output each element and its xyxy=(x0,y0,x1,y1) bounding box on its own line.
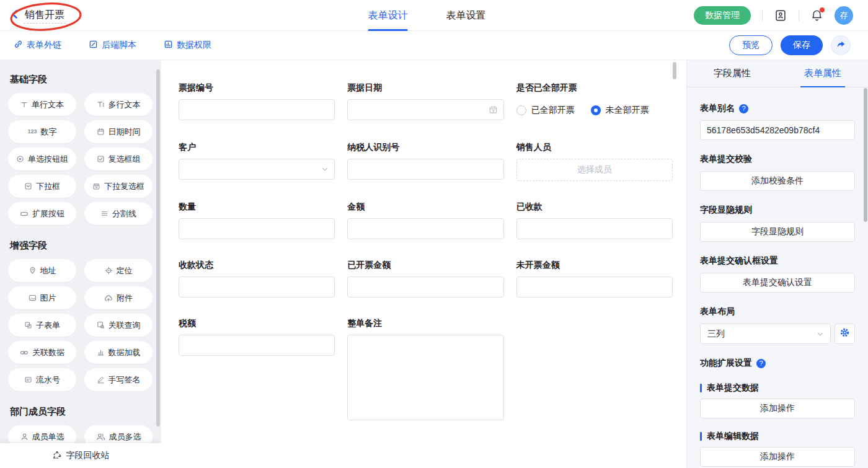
text-input[interactable] xyxy=(179,218,335,239)
canvas-field[interactable]: 已收款 xyxy=(516,201,673,239)
palette-item-label: 下拉框 xyxy=(36,181,60,192)
property-label: 字段显隐规则 xyxy=(700,205,855,216)
palette-grid: 地址定位图片附件子表单关联查询关联数据数据加载流水号手写签名 xyxy=(8,259,153,391)
palette-item[interactable]: 数据加载 xyxy=(84,341,153,364)
toolbar-link-permission[interactable]: 数据权限 xyxy=(164,40,211,51)
palette-item[interactable]: 关联查询 xyxy=(84,314,153,337)
page-title[interactable]: 销售开票 xyxy=(24,7,66,24)
layout-select[interactable]: 三列 xyxy=(700,324,831,344)
palette-item-label: 复选框组 xyxy=(108,154,141,165)
palette-item[interactable]: 日期时间 xyxy=(84,120,153,143)
select-input[interactable] xyxy=(179,159,335,180)
canvas-scrollbar[interactable] xyxy=(673,62,676,79)
canvas-field[interactable]: 销售人员选择成员 xyxy=(516,142,673,181)
property-action-button[interactable]: 添加操作 xyxy=(700,399,855,418)
property-group: 表单编辑数据添加操作 xyxy=(700,431,855,467)
textarea-input[interactable] xyxy=(347,335,503,420)
palette-item[interactable]: 单选按钮组 xyxy=(8,148,76,170)
text-input[interactable] xyxy=(347,159,503,180)
palette-item[interactable]: 扩展按钮 xyxy=(8,202,76,225)
address-book-icon[interactable] xyxy=(774,9,787,22)
radio-option[interactable]: 已全部开票 xyxy=(516,105,575,116)
tab-form-properties[interactable]: 表单属性 xyxy=(777,60,868,87)
canvas-field[interactable]: 是否已全部开票已全部开票未全部开票 xyxy=(516,82,673,121)
field-label: 客户 xyxy=(179,142,335,153)
help-icon[interactable]: ? xyxy=(739,104,748,113)
properties-tabs: 字段属性 表单属性 xyxy=(687,60,868,87)
preview-button[interactable]: 预览 xyxy=(729,35,773,55)
canvas-field[interactable]: 票据日期 xyxy=(347,82,503,121)
canvas-field[interactable]: 整单备注 xyxy=(347,318,503,420)
linked-query-icon xyxy=(97,321,105,329)
data-manage-button[interactable]: 数据管理 xyxy=(694,6,751,25)
palette-item[interactable]: 定位 xyxy=(84,259,153,282)
canvas-field[interactable]: 金额 xyxy=(347,201,503,239)
text-input[interactable] xyxy=(516,218,673,239)
canvas-field[interactable]: 已开票金额 xyxy=(347,260,503,298)
text-input[interactable] xyxy=(516,276,673,298)
member-picker[interactable]: 选择成员 xyxy=(516,159,673,181)
palette-item[interactable]: 下拉复选框 xyxy=(84,175,153,198)
toolbar-link-script[interactable]: 后端脚本 xyxy=(89,40,136,51)
text-input[interactable] xyxy=(347,218,503,239)
property-group: 表单提交确认框设置表单提交确认设置 xyxy=(700,255,855,293)
dropdown-multi-icon xyxy=(92,182,100,190)
canvas-field[interactable]: 客户 xyxy=(179,142,335,181)
tab-field-properties[interactable]: 字段属性 xyxy=(687,60,777,87)
single-line-text-icon xyxy=(20,101,28,108)
field-palette-sidebar: 基础字段单行文本多行文本123数字日期时间单选按钮组复选框组下拉框下拉复选框扩展… xyxy=(0,60,161,468)
palette-item-label: 图片 xyxy=(40,293,56,304)
form-canvas[interactable]: 票据编号票据日期是否已全部开票已全部开票未全部开票客户纳税人识别号销售人员选择成… xyxy=(161,60,686,468)
divider-icon xyxy=(100,210,108,218)
notification-bell-icon[interactable] xyxy=(810,9,823,22)
form-alias-input[interactable]: 56178e653d54282e09b78cf4 xyxy=(700,120,855,140)
back-button[interactable] xyxy=(10,9,20,22)
property-action-button[interactable]: 添加操作 xyxy=(700,447,855,467)
tab-form-design[interactable]: 表单设计 xyxy=(368,0,408,31)
radio-option[interactable]: 未全部开票 xyxy=(591,105,649,116)
palette-item[interactable]: 下拉框 xyxy=(8,175,76,198)
palette-item[interactable]: 复选框组 xyxy=(84,148,153,170)
canvas-field[interactable]: 税额 xyxy=(179,318,335,420)
canvas-field[interactable]: 收款状态 xyxy=(179,260,335,298)
checkbox-icon xyxy=(97,155,105,163)
canvas-field[interactable]: 未开票金额 xyxy=(516,260,673,298)
field-recycle-bin[interactable]: 字段回收站 xyxy=(0,443,161,468)
palette-item[interactable]: 手写签名 xyxy=(84,368,153,391)
property-label-text: 表单编辑数据 xyxy=(707,431,759,442)
toolbar-link-label: 后端脚本 xyxy=(102,40,136,51)
palette-item[interactable]: 123数字 xyxy=(8,120,76,143)
canvas-field[interactable]: 纳税人识别号 xyxy=(347,142,503,181)
palette-item[interactable]: 图片 xyxy=(8,286,76,309)
panel-scrollbar[interactable] xyxy=(864,88,867,222)
property-action-button[interactable]: 字段显隐规则 xyxy=(700,222,855,242)
palette-item[interactable]: 分割线 xyxy=(84,202,153,225)
palette-item[interactable]: 地址 xyxy=(8,259,76,282)
save-button[interactable]: 保存 xyxy=(781,35,823,55)
palette-item[interactable]: 关联数据 xyxy=(8,341,76,364)
palette-item[interactable]: 流水号 xyxy=(8,368,76,391)
text-input[interactable] xyxy=(179,335,335,356)
text-input[interactable] xyxy=(347,276,503,298)
text-input[interactable] xyxy=(179,276,335,298)
palette-item[interactable]: 附件 xyxy=(84,286,153,309)
property-action-button[interactable]: 表单提交确认设置 xyxy=(700,273,855,293)
tab-form-settings[interactable]: 表单设置 xyxy=(446,0,486,31)
share-button[interactable] xyxy=(831,35,851,55)
property-action-button[interactable]: 添加校验条件 xyxy=(700,171,855,191)
canvas-field[interactable]: 票据编号 xyxy=(179,82,335,121)
app-header: 销售开票 表单设计 表单设置 数据管理 存 xyxy=(0,0,868,31)
toolbar-link-label: 数据权限 xyxy=(177,40,211,51)
palette-item[interactable]: 单行文本 xyxy=(8,93,76,116)
help-icon[interactable]: ? xyxy=(756,359,766,368)
toolbar-link-external[interactable]: 表单外链 xyxy=(14,40,61,51)
text-input[interactable] xyxy=(179,99,335,120)
date-input[interactable] xyxy=(347,99,503,120)
field-palette: 基础字段单行文本多行文本123数字日期时间单选按钮组复选框组下拉框下拉复选框扩展… xyxy=(0,60,161,468)
palette-item[interactable]: 子表单 xyxy=(8,314,76,337)
palette-item[interactable]: 多行文本 xyxy=(84,93,153,116)
sidebar-scrollbar[interactable] xyxy=(156,69,160,426)
avatar[interactable]: 存 xyxy=(835,6,853,25)
layout-settings-button[interactable] xyxy=(835,324,855,344)
canvas-field[interactable]: 数量 xyxy=(179,201,335,239)
